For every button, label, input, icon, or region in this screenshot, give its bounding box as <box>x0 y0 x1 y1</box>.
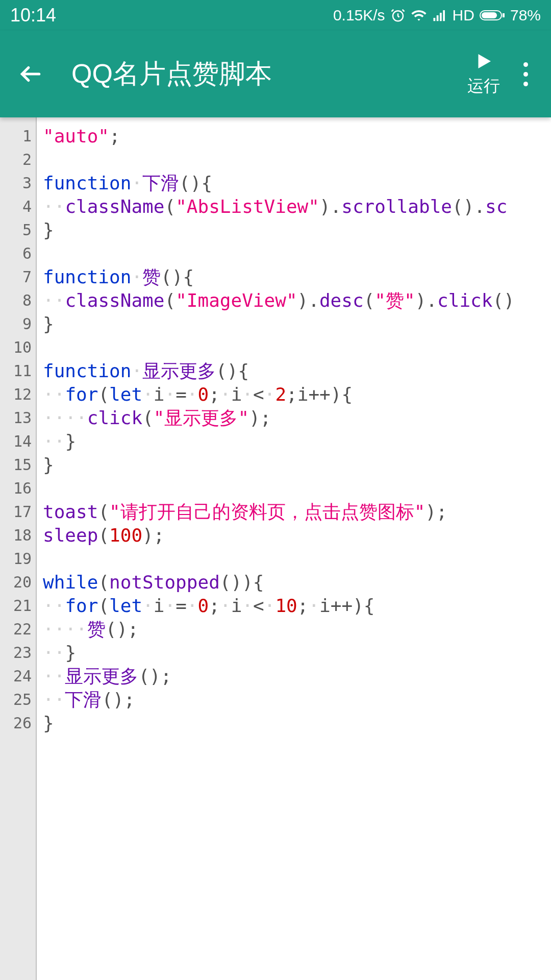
line-number: 12 <box>0 383 36 406</box>
run-button[interactable]: 运行 <box>467 51 500 97</box>
line-number: 20 <box>0 571 36 594</box>
more-icon <box>523 62 528 67</box>
code-line[interactable] <box>43 242 545 265</box>
code-line[interactable]: ··className("ImageView").desc("赞").click… <box>43 289 545 312</box>
line-number: 10 <box>0 336 36 359</box>
code-line[interactable]: } <box>43 218 545 242</box>
alarm-icon <box>390 8 406 23</box>
line-number-gutter: 1234567891011121314151617181920212223242… <box>0 117 37 980</box>
line-number: 9 <box>0 312 36 336</box>
back-button[interactable] <box>10 54 51 94</box>
code-line[interactable]: sleep(100); <box>43 524 545 547</box>
page-title: QQ名片点赞脚本 <box>71 56 467 92</box>
app-bar: QQ名片点赞脚本 运行 <box>0 31 551 117</box>
code-line[interactable]: ··} <box>43 430 545 453</box>
code-line[interactable]: while(notStopped()){ <box>43 571 545 594</box>
play-icon <box>473 51 494 72</box>
status-time: 10:14 <box>10 5 56 26</box>
run-label: 运行 <box>467 75 500 97</box>
line-number: 19 <box>0 547 36 571</box>
code-line[interactable]: } <box>43 312 545 336</box>
line-number: 5 <box>0 218 36 242</box>
line-number: 21 <box>0 594 36 618</box>
line-number: 18 <box>0 524 36 547</box>
svg-rect-4 <box>443 10 445 21</box>
line-number: 11 <box>0 359 36 383</box>
code-line[interactable]: ··for(let·i·=·0;·i·<·10;·i++){ <box>43 594 545 618</box>
line-number: 25 <box>0 688 36 712</box>
code-line[interactable]: toast("请打开自己的资料页，点击点赞图标"); <box>43 500 545 524</box>
code-line[interactable] <box>43 148 545 172</box>
line-number: 3 <box>0 172 36 195</box>
code-line[interactable]: ····click("显示更多"); <box>43 406 545 430</box>
code-line[interactable]: ··for(let·i·=·0;·i·<·2;i++){ <box>43 383 545 406</box>
line-number: 26 <box>0 712 36 735</box>
network-speed: 0.15K/s <box>333 7 385 24</box>
line-number: 24 <box>0 665 36 688</box>
code-line[interactable] <box>43 547 545 571</box>
battery-percent: 78% <box>510 7 541 24</box>
more-menu-button[interactable] <box>510 54 541 94</box>
line-number: 1 <box>0 125 36 148</box>
code-line[interactable]: function·下滑(){ <box>43 172 545 195</box>
wifi-icon <box>411 7 427 23</box>
svg-rect-1 <box>433 18 435 21</box>
code-line[interactable] <box>43 336 545 359</box>
svg-rect-2 <box>436 15 438 21</box>
code-line[interactable]: ··} <box>43 641 545 665</box>
status-bar: 10:14 0.15K/s HD 78% <box>0 0 551 31</box>
code-line[interactable]: ··className("AbsListView").scrollable().… <box>43 195 545 218</box>
code-content[interactable]: "auto";function·下滑(){··className("AbsLis… <box>37 117 551 980</box>
battery-icon <box>480 9 505 21</box>
code-line[interactable]: ··显示更多(); <box>43 665 545 688</box>
line-number: 13 <box>0 406 36 430</box>
line-number: 16 <box>0 477 36 500</box>
line-number: 8 <box>0 289 36 312</box>
line-number: 22 <box>0 618 36 641</box>
code-line[interactable] <box>43 477 545 500</box>
line-number: 17 <box>0 500 36 524</box>
line-number: 4 <box>0 195 36 218</box>
line-number: 7 <box>0 265 36 289</box>
svg-rect-6 <box>482 12 497 18</box>
code-line[interactable]: } <box>43 453 545 477</box>
code-line[interactable]: "auto"; <box>43 125 545 148</box>
code-line[interactable]: ····赞(); <box>43 618 545 641</box>
code-line[interactable]: ··下滑(); <box>43 688 545 712</box>
code-editor[interactable]: 1234567891011121314151617181920212223242… <box>0 117 551 980</box>
svg-rect-3 <box>440 13 442 21</box>
code-line[interactable]: function·显示更多(){ <box>43 359 545 383</box>
line-number: 23 <box>0 641 36 665</box>
signal-icon <box>432 8 447 23</box>
code-line[interactable]: } <box>43 712 545 735</box>
line-number: 2 <box>0 148 36 172</box>
line-number: 15 <box>0 453 36 477</box>
svg-rect-7 <box>503 13 505 17</box>
status-right: 0.15K/s HD 78% <box>333 7 541 24</box>
hd-indicator: HD <box>453 7 474 24</box>
line-number: 14 <box>0 430 36 453</box>
line-number: 6 <box>0 242 36 265</box>
code-line[interactable]: function·赞(){ <box>43 265 545 289</box>
